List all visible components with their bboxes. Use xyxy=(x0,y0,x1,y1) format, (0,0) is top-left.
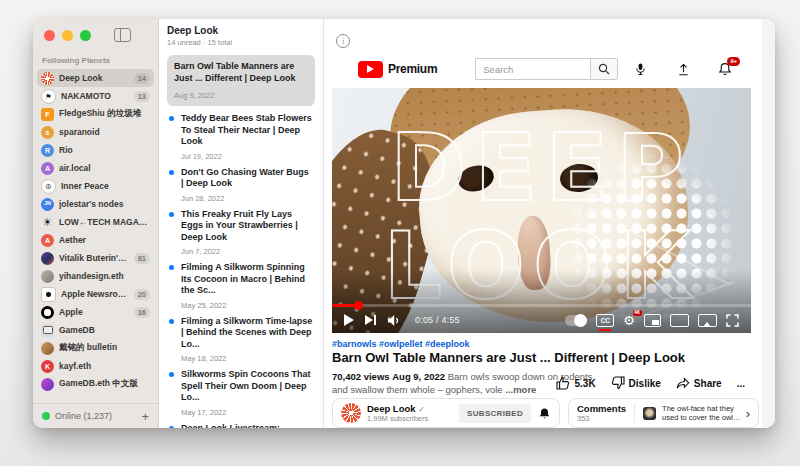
video-frame-owl: DEEP LOOK xyxy=(332,88,751,333)
sidebar-item-daiming-bulletin[interactable]: 戴铭的 bulletin xyxy=(37,339,154,357)
planet-avatar: K xyxy=(41,360,54,373)
sidebar-item-vitalik[interactable]: Vitalik Buterin's we... 81 xyxy=(37,249,154,267)
share-button[interactable]: Share xyxy=(676,377,722,390)
minimize-window-button[interactable] xyxy=(62,30,73,41)
like-button[interactable]: 5.3K xyxy=(556,376,595,390)
sidebar-item-jolestar[interactable]: JN jolestar's nodes xyxy=(37,195,154,213)
unread-badge: 16 xyxy=(134,307,150,318)
planet-avatar xyxy=(41,287,56,302)
svg-text:DEEP: DEEP xyxy=(390,115,692,222)
channel-name[interactable]: Deep Look xyxy=(367,403,416,414)
planet-avatar: R xyxy=(41,144,54,157)
sidebar-item-yihandesign[interactable]: yihandesign.eth xyxy=(37,267,154,285)
planet-avatar: s xyxy=(41,126,54,139)
sidebar-item-rio[interactable]: R Rio xyxy=(37,141,154,159)
article-list-item[interactable]: Filming A Silkworm Spinning Its Cocoon i… xyxy=(167,257,317,310)
close-window-button[interactable] xyxy=(44,30,55,41)
youtube-play-icon xyxy=(358,61,383,78)
miniplayer-button[interactable] xyxy=(644,314,661,327)
article-list-item[interactable]: Filming a Silkworm Time-lapse | Behind t… xyxy=(167,311,317,364)
sidebar-item-aether[interactable]: A Aether xyxy=(37,231,154,249)
search-icon xyxy=(598,63,610,75)
search-input[interactable] xyxy=(475,58,590,80)
video-actions: 5.3K Dislike Share ... xyxy=(556,376,745,390)
thumbs-down-icon xyxy=(611,376,625,390)
show-more-link[interactable]: ...more xyxy=(505,384,536,395)
unread-dot-icon xyxy=(169,372,174,377)
planet-avatar: A xyxy=(41,162,54,175)
article-list-item[interactable]: Teddy Bear Bees Stab Flowers To Steal Th… xyxy=(167,108,317,161)
search-button[interactable] xyxy=(590,58,618,80)
verified-badge-icon: ✓ xyxy=(418,405,425,414)
unread-dot-icon xyxy=(169,170,174,175)
theater-mode-button[interactable] xyxy=(670,314,689,327)
zoom-window-button[interactable] xyxy=(80,30,91,41)
sidebar-item-gamedb-cn[interactable]: GameDB.eth 中文版 xyxy=(37,375,154,393)
notifications-button[interactable]: 9+ xyxy=(718,62,732,76)
comments-label: Comments xyxy=(577,403,626,414)
planet-avatar xyxy=(41,252,54,265)
toggle-sidebar-icon[interactable] xyxy=(114,28,131,42)
article-list-item[interactable]: Silkworms Spin Cocoons That Spell Their … xyxy=(167,364,317,417)
youtube-header: Premium 9+ xyxy=(338,55,753,83)
channel-avatar[interactable] xyxy=(341,403,361,423)
planet-avatar: JN xyxy=(41,198,54,211)
unread-dot-icon xyxy=(169,116,174,121)
sidebar-item-lowtech-magazine[interactable]: ☀ LOW←TECH MAGAZINE xyxy=(37,213,154,231)
info-icon[interactable]: i xyxy=(336,34,350,48)
unread-badge: 14 xyxy=(134,73,150,84)
captions-button[interactable]: CC xyxy=(596,314,614,327)
autoplay-toggle[interactable] xyxy=(565,315,587,326)
voice-search-button[interactable] xyxy=(634,62,647,76)
expand-comments-chevron-icon[interactable]: › xyxy=(746,406,750,421)
dislike-button[interactable]: Dislike xyxy=(611,376,661,390)
view-count: 70,402 views xyxy=(332,371,390,382)
sidebar-item-nakamoto[interactable]: ⚑ NAKAMOTO 13 xyxy=(37,87,154,105)
more-actions-button[interactable]: ... xyxy=(737,378,745,389)
settings-gear-icon[interactable]: ⚙4K xyxy=(623,314,635,327)
article-list-item-selected[interactable]: Barn Owl Table Manners are Just ... Diff… xyxy=(167,55,315,106)
article-list-item[interactable]: This Freaky Fruit Fly Lays Eggs in Your … xyxy=(167,204,317,257)
sidebar-section-label: Following Planets xyxy=(42,56,158,65)
subscriber-count: 1.99M subscribers xyxy=(367,414,455,423)
fullscreen-button[interactable] xyxy=(726,314,739,327)
subscribed-button[interactable]: SUBSCRIBED xyxy=(459,404,531,423)
video-title: Barn Owl Table Manners are Just ... Diff… xyxy=(332,350,745,365)
next-button[interactable] xyxy=(365,315,376,325)
add-planet-button[interactable]: + xyxy=(141,410,149,423)
time-display: 0:05 / 4:55 xyxy=(415,315,460,325)
sidebar-item-gamedb[interactable]: GameDB xyxy=(37,321,154,339)
planet-avatar: ☮ xyxy=(41,179,56,194)
sidebar-item-apple[interactable]: Apple 16 xyxy=(37,303,154,321)
search-bar xyxy=(475,58,618,80)
sidebar-item-inner-peace[interactable]: ☮ Inner Peace xyxy=(37,177,154,195)
upload-button[interactable] xyxy=(677,63,690,76)
titlebar xyxy=(33,19,158,46)
video-hashtags[interactable]: #barnowls #owlpellet #deeplook xyxy=(332,339,470,349)
volume-icon[interactable] xyxy=(387,314,402,327)
planet-avatar xyxy=(41,342,54,355)
thumbs-up-icon xyxy=(556,376,570,390)
youtube-premium-logo[interactable]: Premium xyxy=(358,61,437,78)
cast-button[interactable] xyxy=(698,314,717,327)
app-window: Following Planets Deep Look 14 ⚑ NAKAMOT… xyxy=(33,19,775,428)
sidebar-item-deep-look[interactable]: Deep Look 14 xyxy=(37,69,154,87)
article-list-item[interactable]: Deep Look Livestream: Axolotls and Hummi… xyxy=(167,418,317,429)
below-video-cards: Deep Look ✓ 1.99M subscribers SUBSCRIBED… xyxy=(332,398,759,428)
article-list-item[interactable]: Don't Go Chasing Water Bugs | Deep Look … xyxy=(167,162,317,203)
play-button[interactable] xyxy=(344,314,354,326)
unread-badge: 81 xyxy=(134,253,150,264)
sidebar-item-air-local[interactable]: A air.local xyxy=(37,159,154,177)
online-status-label: Online (1,237) xyxy=(55,411,136,421)
sidebar-item-fledgeshiu[interactable]: F FledgeShiu 的垃圾堆 xyxy=(37,105,154,123)
sidebar-item-sparanoid[interactable]: s sparanoid xyxy=(37,123,154,141)
comments-card[interactable]: Comments 353 The owl-face hat they used … xyxy=(568,398,759,428)
video-player[interactable]: DEEP LOOK 0:05 / 4:55 CC ⚙4K xyxy=(332,88,751,333)
scrollbar-track[interactable] xyxy=(762,19,775,428)
sidebar: Following Planets Deep Look 14 ⚑ NAKAMOT… xyxy=(33,19,159,428)
planet-list: Deep Look 14 ⚑ NAKAMOTO 13 F FledgeShiu … xyxy=(37,69,154,403)
channel-notifications-bell-icon[interactable] xyxy=(538,407,551,420)
comments-count: 353 xyxy=(577,414,626,423)
sidebar-item-kayf[interactable]: K kayf.eth xyxy=(37,357,154,375)
sidebar-item-apple-newsroom[interactable]: Apple Newsroom 20 xyxy=(37,285,154,303)
